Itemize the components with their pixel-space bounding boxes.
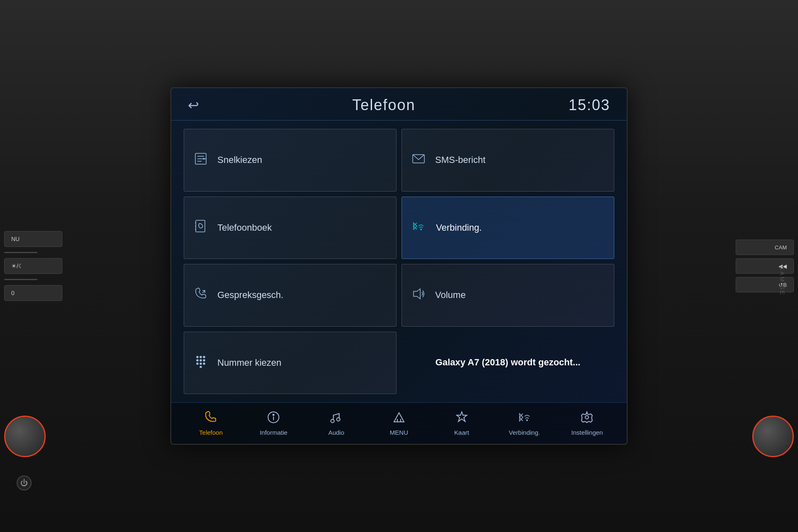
svg-point-26 xyxy=(331,419,334,423)
nu-button[interactable]: NU xyxy=(4,231,62,247)
svg-point-27 xyxy=(337,418,340,421)
kaart-icon xyxy=(456,411,468,426)
verbinding-label: Verbinding. xyxy=(436,222,482,233)
nav-telefoon-label: Telefoon xyxy=(199,429,223,436)
verbinding-button[interactable]: Verbinding. xyxy=(401,197,614,259)
status-text: Galaxy A7 (2018) wordt gezocht... xyxy=(436,356,581,369)
bottom-nav: Telefoon Informatie xyxy=(171,402,627,444)
zero-button[interactable]: 0 xyxy=(4,285,62,301)
nav-menu[interactable]: MENU xyxy=(378,411,420,436)
volume-label: Volume xyxy=(435,290,466,300)
svg-marker-12 xyxy=(414,289,420,299)
gespreksgesch-icon xyxy=(192,287,209,303)
nav-verbinding-icon xyxy=(517,411,532,426)
back-icon: ↩ xyxy=(188,98,199,113)
svg-point-16 xyxy=(197,360,198,361)
svg-marker-31 xyxy=(457,412,467,421)
zero-label: 0 xyxy=(11,290,15,296)
nav-instellingen-label: Instellingen xyxy=(571,429,603,436)
main-screen: ↩ Telefoon 15:03 Snelkiezen xyxy=(170,87,628,445)
svg-point-21 xyxy=(203,363,205,365)
nav-menu-label: MENU xyxy=(390,429,408,436)
volume-icon xyxy=(410,287,427,303)
svg-point-14 xyxy=(200,356,202,358)
screen-content: Snelkiezen SMS-bericht xyxy=(171,121,627,402)
nummerkiezen-button[interactable]: Nummer kiezen xyxy=(184,332,397,394)
audio-icon xyxy=(330,411,342,426)
cam-label: CAM xyxy=(775,244,787,251)
informatie-icon xyxy=(267,411,280,426)
sms-button[interactable]: SMS-bericht xyxy=(401,129,614,192)
telefoonboek-icon xyxy=(192,219,209,236)
nav-verbinding[interactable]: Verbinding. xyxy=(504,411,545,436)
nav-audio[interactable]: Audio xyxy=(315,411,357,436)
gespreksgesch-label: Gespreksgesch. xyxy=(217,290,283,300)
nav-kaart-label: Kaart xyxy=(454,429,469,436)
svg-point-15 xyxy=(203,356,205,358)
right-tune-knob[interactable] xyxy=(752,416,794,457)
nav-telefoon[interactable]: Telefoon xyxy=(190,411,232,436)
nummerkiezen-icon xyxy=(192,355,209,371)
nav-informatie[interactable]: Informatie xyxy=(253,411,294,436)
menu-icon xyxy=(393,411,405,426)
gespreksgesch-button[interactable]: Gespreksgesch. xyxy=(184,264,397,327)
volume-button[interactable]: Volume xyxy=(401,264,614,327)
svg-point-33 xyxy=(585,416,589,419)
svg-point-32 xyxy=(526,419,528,421)
svg-point-13 xyxy=(197,356,198,358)
left-volume-knob[interactable] xyxy=(4,416,46,457)
screen-time: 15:03 xyxy=(569,96,610,114)
cam-button[interactable]: CAM xyxy=(736,240,794,255)
slider-2 xyxy=(4,279,37,280)
right-controls: CAM ◀◀ ↺B xyxy=(732,232,798,301)
sms-icon xyxy=(410,152,427,168)
telefoonboek-label: Telefoonboek xyxy=(217,222,272,233)
nav-instellingen[interactable]: Instellingen xyxy=(566,411,608,436)
car-surround: NU ☀/☾ 0 ↩ Telefoon 15:03 xyxy=(0,0,798,532)
verbinding-icon xyxy=(410,219,428,236)
nav-kaart[interactable]: Kaart xyxy=(441,411,483,436)
nummerkiezen-label: Nummer kiezen xyxy=(217,357,281,368)
power-button[interactable]: ⏻ xyxy=(17,475,32,490)
svg-point-19 xyxy=(197,363,198,365)
screen-title: Telefoon xyxy=(199,96,569,114)
nav-audio-label: Audio xyxy=(328,429,344,436)
snelkiezen-label: Snelkiezen xyxy=(217,155,262,165)
cam-se-text: CAM SE xyxy=(779,266,786,296)
svg-point-25 xyxy=(273,414,274,415)
svg-rect-6 xyxy=(196,220,205,232)
svg-point-17 xyxy=(200,360,202,361)
nu-label: NU xyxy=(11,236,20,242)
nav-informatie-label: Informatie xyxy=(260,429,288,436)
sms-label: SMS-bericht xyxy=(435,155,485,165)
svg-point-20 xyxy=(200,363,202,365)
snelkiezen-button[interactable]: Snelkiezen xyxy=(184,129,397,192)
screen-header: ↩ Telefoon 15:03 xyxy=(171,88,627,121)
svg-point-22 xyxy=(200,366,202,368)
snelkiezen-icon xyxy=(192,152,209,168)
slider-1 xyxy=(4,252,37,253)
telefoon-icon xyxy=(204,411,217,426)
brightness-button[interactable]: ☀/☾ xyxy=(4,258,62,274)
instellingen-icon xyxy=(581,411,593,426)
power-icon: ⏻ xyxy=(20,479,28,488)
status-area: Galaxy A7 (2018) wordt gezocht... xyxy=(401,332,614,394)
back-button[interactable]: ↩ xyxy=(188,97,199,113)
nav-verbinding-label: Verbinding. xyxy=(509,429,540,436)
svg-line-11 xyxy=(202,291,205,293)
brightness-label: ☀/☾ xyxy=(11,263,24,269)
left-controls: NU ☀/☾ 0 xyxy=(0,223,66,309)
svg-point-10 xyxy=(420,229,422,230)
telefoonboek-button[interactable]: Telefoonboek xyxy=(184,197,397,259)
svg-point-18 xyxy=(203,360,205,361)
